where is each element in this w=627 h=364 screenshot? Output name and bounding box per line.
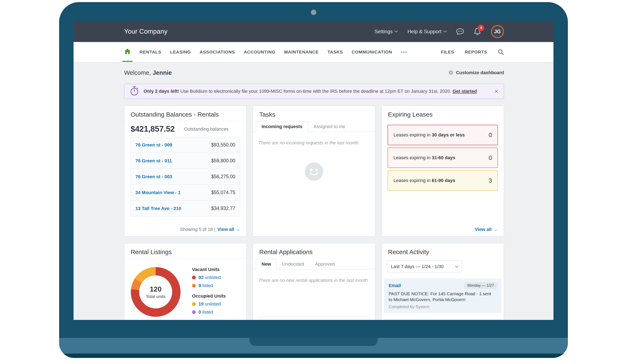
property-link[interactable]: 76 Green st - 003 — [135, 174, 172, 179]
view-all-link[interactable]: View all → — [475, 227, 497, 232]
close-icon[interactable]: × — [494, 88, 498, 95]
outstanding-total-label: Outstanding balances — [179, 126, 229, 132]
tasks-tabbar: Incoming requests Assigned to me — [253, 121, 375, 132]
activity-list: Email Monday — 1/27 PAST DUE NOTICE: For… — [382, 279, 504, 320]
settings-label: Settings — [375, 29, 393, 35]
outstanding-amount-row: $421,857.52 Outstanding balances — [124, 121, 246, 135]
legend-item-occupied-listed[interactable]: 0 listed — [192, 310, 226, 315]
balance-value: $34,932.77 — [211, 206, 235, 211]
outstanding-balances-card: Outstanding Balances - Rentals $421,857.… — [124, 106, 247, 237]
application-item-partial — [259, 316, 369, 320]
chevron-down-icon — [444, 29, 447, 33]
chat-icon[interactable] — [456, 28, 464, 35]
avatar[interactable]: JG — [491, 25, 504, 38]
page-title: Welcome, Jennie — [124, 69, 172, 76]
balance-value: $55,074.75 — [211, 190, 235, 195]
cards-row-2: Rental Listings 120 Total units Vacant U… — [124, 243, 504, 320]
showing-count: Showing 5 of 16 | — [180, 227, 215, 232]
activity-date-filter[interactable]: Last 7 days — 1/24 - 1/30 — [387, 260, 462, 272]
nav-accounting[interactable]: ACCOUNTING — [244, 42, 275, 62]
outstanding-total: $421,857.52 — [131, 125, 175, 134]
banner-body-text: Use Buildium to electronically file your… — [179, 89, 453, 94]
balance-value: $93,550.00 — [211, 142, 235, 148]
balance-value: $56,275.00 — [211, 174, 235, 179]
chevron-down-icon — [395, 29, 398, 33]
app-window: Your Company Settings Help & Support — [74, 21, 553, 320]
nav-communication[interactable]: COMMUNICATION — [352, 42, 392, 62]
legend-dot — [192, 276, 196, 279]
expiring-leases-card: Expiring Leases Leases expiring in 30 da… — [381, 106, 504, 237]
donut-center: 120 Total units — [139, 275, 172, 309]
legend-dot — [192, 284, 196, 288]
activity-type-link[interactable]: Email — [389, 283, 401, 288]
primary-nav: RENTALS LEASING ASSOCIATIONS ACCOUNTING … — [74, 42, 553, 62]
card-title: Expiring Leases — [382, 106, 504, 121]
search-icon[interactable] — [498, 49, 504, 55]
legend-item-vacant-unlisted[interactable]: 92 unlisted — [192, 275, 226, 280]
tab-assigned-to-me[interactable]: Assigned to me — [308, 122, 351, 132]
webcam-dot — [311, 10, 316, 15]
nav-associations[interactable]: ASSOCIATIONS — [200, 42, 235, 62]
property-link[interactable]: 13 Tall Tree Ave - 210 — [135, 206, 181, 211]
table-row: 76 Green st - 011 $59,800.00 — [131, 153, 240, 169]
page-background: Your Company Settings Help & Support — [0, 0, 627, 364]
card-title: Rental Listings — [124, 243, 246, 259]
balance-value: $59,800.00 — [211, 158, 235, 164]
nav-more[interactable]: ••• — [401, 42, 407, 62]
activity-text: PAST DUE NOTICE: For 145 Carriage Road -… — [389, 291, 494, 303]
nav-rentals[interactable]: RENTALS — [140, 42, 161, 62]
rental-listings-card: Rental Listings 120 Total units Vacant U… — [124, 243, 247, 320]
dashboard-content: Welcome, Jennie ⚙ Customize dashboard — [74, 62, 553, 320]
tab-new[interactable]: New — [256, 259, 277, 269]
cards-row-1: Outstanding Balances - Rentals $421,857.… — [124, 106, 504, 237]
legend-label: 19 unlisted — [199, 301, 221, 307]
help-support-label: Help & Support — [407, 29, 441, 35]
laptop-notch — [250, 338, 377, 346]
total-units-value: 120 — [150, 285, 162, 293]
tab-approved[interactable]: Approved — [310, 259, 340, 269]
laptop-frame: Your Company Settings Help & Support — [59, 2, 568, 358]
rental-applications-card: Rental Applications New Undecided Approv… — [253, 243, 375, 320]
expiring-row-31-60[interactable]: Leases expiring in 31-60 days 0 — [388, 148, 498, 168]
smiley-icon — [305, 162, 323, 182]
expiring-count: 3 — [489, 177, 492, 184]
view-all-link[interactable]: View all → — [217, 227, 240, 232]
activity-filter-value: Last 7 days — 1/24 - 1/30 — [391, 264, 444, 269]
nav-right-group: FILES REPORTS — [441, 42, 504, 62]
tab-undecided[interactable]: Undecided — [277, 259, 310, 269]
legend-occupied-header: Occupied Units — [192, 293, 226, 299]
notifications-bell-icon[interactable]: 4 — [474, 28, 481, 36]
nav-home[interactable] — [124, 42, 131, 62]
nav-maintenance[interactable]: MAINTENANCE — [284, 42, 319, 62]
balance-list: 76 Green st - 009 $93,550.00 76 Green st… — [124, 135, 246, 216]
applications-tabbar: New Undecided Approved — [253, 259, 375, 269]
card-title: Tasks — [253, 106, 375, 121]
card-title: Recent Activity — [382, 243, 504, 259]
banner-bold-text: Only 2 days left! — [144, 89, 179, 94]
expiring-row-61-90[interactable]: Leases expiring in 61-90 days 3 — [388, 170, 498, 191]
welcome-prefix: Welcome, — [124, 69, 151, 76]
card-title: Rental Applications — [253, 243, 375, 259]
legend-item-vacant-listed[interactable]: 9 listed — [192, 283, 226, 288]
nav-files[interactable]: FILES — [441, 42, 454, 62]
legend-label: 0 listed — [199, 310, 213, 315]
legend-dot — [192, 302, 196, 306]
banner-get-started-link[interactable]: Get started — [453, 89, 477, 94]
nav-left-group: RENTALS LEASING ASSOCIATIONS ACCOUNTING … — [124, 42, 407, 62]
card-footer: View all → — [475, 227, 497, 232]
property-link[interactable]: 76 Green st - 011 — [135, 158, 172, 164]
property-link[interactable]: 76 Green st - 009 — [135, 142, 172, 148]
expiring-count: 0 — [489, 155, 492, 161]
nav-reports[interactable]: REPORTS — [465, 42, 487, 62]
expiring-row-30[interactable]: Leases expiring in 30 days or less 0 — [388, 125, 498, 145]
customize-dashboard-button[interactable]: ⚙ Customize dashboard — [448, 70, 504, 76]
property-link[interactable]: 34 Mountain View - 1 — [135, 190, 181, 195]
help-support-menu[interactable]: Help & Support — [407, 29, 446, 35]
nav-tasks[interactable]: TASKS — [327, 42, 343, 62]
top-header-bar: Your Company Settings Help & Support — [74, 21, 553, 42]
nav-leasing[interactable]: LEASING — [170, 42, 191, 62]
settings-menu[interactable]: Settings — [375, 29, 398, 35]
legend-item-occupied-unlisted[interactable]: 19 unlisted — [192, 301, 226, 307]
tab-incoming-requests[interactable]: Incoming requests — [256, 121, 308, 132]
expiring-label: Leases expiring in 61-90 days — [393, 178, 455, 183]
